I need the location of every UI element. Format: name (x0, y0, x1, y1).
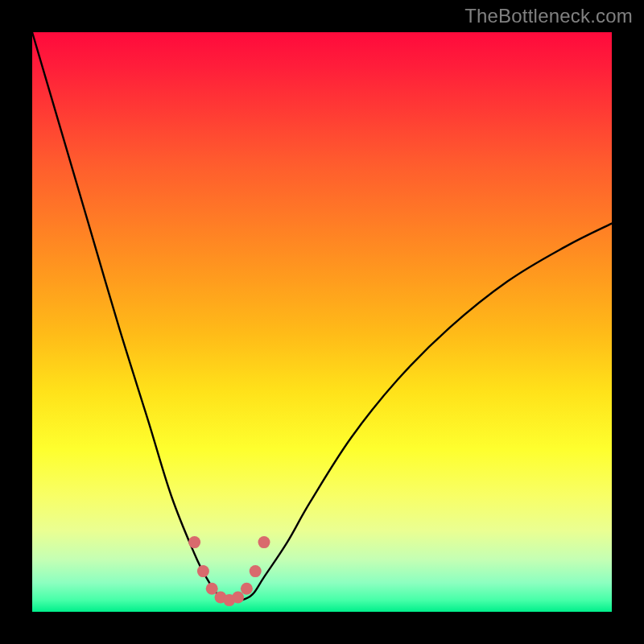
optimal-marker-dot (206, 583, 218, 595)
chart-frame: TheBottleneck.com (0, 0, 644, 644)
chart-svg (32, 32, 612, 612)
optimal-marker-dot (197, 565, 209, 577)
optimal-marker-dot (241, 583, 253, 595)
optimal-marker-dot (188, 536, 200, 548)
optimal-marker-dot (232, 592, 244, 604)
optimal-marker-dot (258, 536, 270, 548)
watermark-text: TheBottleneck.com (464, 5, 633, 27)
optimal-marker-dot (250, 565, 262, 577)
optimal-marker (188, 536, 270, 606)
bottleneck-curve (32, 32, 612, 601)
plot-area (32, 32, 612, 612)
